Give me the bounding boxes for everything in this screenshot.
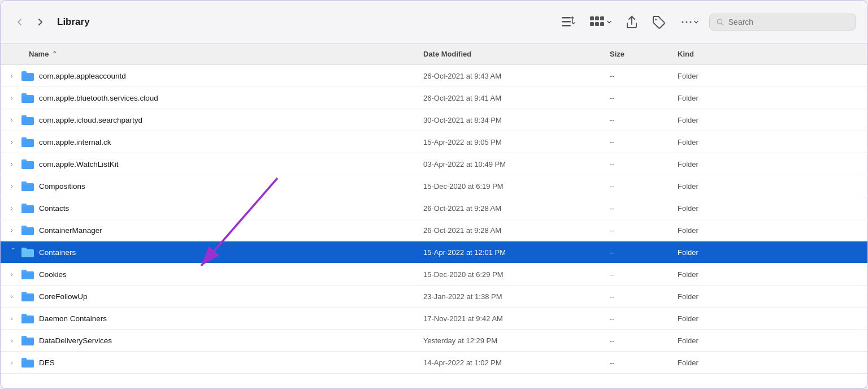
share-button[interactable] (622, 13, 641, 31)
row-kind: Folder (673, 314, 867, 323)
expander-icon[interactable]: › (7, 226, 16, 235)
table-row[interactable]: › com.apple.bluetooth.services.cloud 26-… (1, 87, 867, 109)
table-header: Name ⌃ Date Modified Size Kind (1, 44, 867, 65)
expander-icon[interactable]: › (7, 358, 16, 367)
table-row[interactable]: › ContainerManager 26-Oct-2021 at 9:28 A… (1, 219, 867, 241)
table-row[interactable]: › Daemon Containers 17-Nov-2021 at 9:42 … (1, 308, 867, 330)
svg-point-11 (686, 21, 688, 23)
table-row[interactable]: › Compositions 15-Dec-2020 at 6:19 PM --… (1, 175, 867, 197)
expander-icon[interactable]: › (7, 270, 16, 279)
file-name: DES (39, 358, 55, 367)
expander-icon[interactable]: › (7, 314, 16, 323)
row-size: -- (605, 72, 673, 80)
svg-rect-3 (590, 16, 594, 20)
file-rows-container: › com.apple.appleaccountd 26-Oct-2021 at… (1, 65, 867, 388)
expander-icon[interactable]: › (7, 292, 16, 301)
folder-icon (21, 158, 34, 170)
row-date: Yesterday at 12:29 PM (419, 336, 605, 345)
folder-icon (21, 180, 34, 192)
col-header-kind[interactable]: Kind (673, 50, 867, 58)
expander-icon[interactable]: › (7, 137, 16, 146)
svg-rect-5 (600, 16, 604, 20)
list-view-button[interactable] (558, 14, 579, 31)
svg-point-12 (690, 21, 692, 23)
row-kind: Folder (673, 182, 867, 191)
row-size: -- (605, 226, 673, 235)
file-name: com.apple.appleaccountd (39, 72, 126, 80)
row-date: 26-Oct-2021 at 9:28 AM (419, 204, 605, 213)
col-header-size[interactable]: Size (605, 50, 673, 58)
back-button[interactable] (12, 14, 28, 30)
row-name: › com.apple.internal.ck (1, 136, 419, 148)
file-name: Compositions (39, 182, 85, 191)
row-size: -- (605, 116, 673, 124)
expander-icon[interactable]: › (7, 159, 16, 168)
tag-button[interactable] (648, 12, 670, 32)
grid-view-button[interactable] (586, 14, 615, 31)
table-row[interactable]: › Containers 15-Apr-2022 at 12:01 PM -- … (1, 241, 867, 263)
expander-icon[interactable]: › (7, 71, 16, 80)
row-date: 15-Apr-2022 at 12:01 PM (419, 248, 605, 257)
expander-icon[interactable]: › (7, 336, 16, 345)
row-name: › ContainerManager (1, 224, 419, 236)
table-row[interactable]: › com.apple.icloud.searchpartyd 30-Oct-2… (1, 109, 867, 131)
row-name: › com.apple.icloud.searchpartyd (1, 114, 419, 126)
row-name: › com.apple.appleaccountd (1, 70, 419, 81)
row-size: -- (605, 358, 673, 367)
file-name: CoreFollowUp (39, 292, 88, 301)
row-name: › Cookies (1, 269, 419, 280)
rows-container: › com.apple.appleaccountd 26-Oct-2021 at… (1, 65, 867, 374)
row-name: › Containers (1, 247, 419, 258)
table-row[interactable]: › Cookies 15-Dec-2020 at 6:29 PM -- Fold… (1, 263, 867, 286)
row-date: 26-Oct-2021 at 9:41 AM (419, 94, 605, 102)
row-name: › DES (1, 357, 419, 368)
row-name: › CoreFollowUp (1, 291, 419, 302)
table-row[interactable]: › DataDeliveryServices Yesterday at 12:2… (1, 330, 867, 352)
table-row[interactable]: › com.apple.WatchListKit 03-Apr-2022 at … (1, 153, 867, 175)
file-name: DataDeliveryServices (39, 336, 112, 345)
expander-icon[interactable]: › (7, 181, 16, 191)
col-header-name[interactable]: Name ⌃ (1, 50, 419, 58)
sort-arrow: ⌃ (52, 50, 57, 58)
row-name: › com.apple.bluetooth.services.cloud (1, 92, 419, 103)
folder-icon (21, 92, 34, 103)
search-icon (717, 18, 724, 26)
row-kind: Folder (673, 292, 867, 301)
row-kind: Folder (673, 336, 867, 345)
svg-point-10 (682, 21, 684, 23)
row-date: 15-Dec-2020 at 6:19 PM (419, 182, 605, 191)
forward-button[interactable] (32, 14, 48, 30)
more-button[interactable] (676, 13, 702, 31)
svg-rect-1 (562, 21, 571, 23)
expander-icon[interactable]: › (7, 93, 16, 102)
row-date: 15-Dec-2020 at 6:29 PM (419, 270, 605, 279)
expander-icon[interactable]: › (7, 204, 16, 213)
table-row[interactable]: › CoreFollowUp 23-Jan-2022 at 1:38 PM --… (1, 286, 867, 308)
col-header-date[interactable]: Date Modified (419, 50, 605, 58)
finder-window: Library (0, 0, 868, 389)
folder-icon (21, 70, 34, 81)
row-kind: Folder (673, 226, 867, 235)
toolbar: Library (1, 1, 867, 44)
file-name: Daemon Containers (39, 314, 107, 323)
expander-icon[interactable]: › (7, 115, 16, 124)
row-kind: Folder (673, 116, 867, 124)
file-name: com.apple.WatchListKit (39, 160, 119, 168)
table-row[interactable]: › DES 14-Apr-2022 at 1:02 PM -- Folder (1, 352, 867, 374)
row-date: 26-Oct-2021 at 9:43 AM (419, 72, 605, 80)
table-row[interactable]: › com.apple.appleaccountd 26-Oct-2021 at… (1, 65, 867, 87)
file-name: com.apple.internal.ck (39, 138, 111, 146)
file-name: com.apple.icloud.searchpartyd (39, 116, 142, 124)
file-name: Contacts (39, 204, 69, 213)
expander-icon[interactable]: › (7, 248, 16, 257)
folder-icon (21, 202, 34, 214)
row-size: -- (605, 314, 673, 323)
row-size: -- (605, 138, 673, 146)
row-date: 15-Apr-2022 at 9:05 PM (419, 138, 605, 146)
svg-rect-6 (590, 22, 594, 26)
table-row[interactable]: › Contacts 26-Oct-2021 at 9:28 AM -- Fol… (1, 197, 867, 219)
search-box (709, 14, 856, 31)
table-row[interactable]: › com.apple.internal.ck 15-Apr-2022 at 9… (1, 131, 867, 153)
search-input[interactable] (728, 18, 849, 27)
file-name: ContainerManager (39, 226, 102, 235)
